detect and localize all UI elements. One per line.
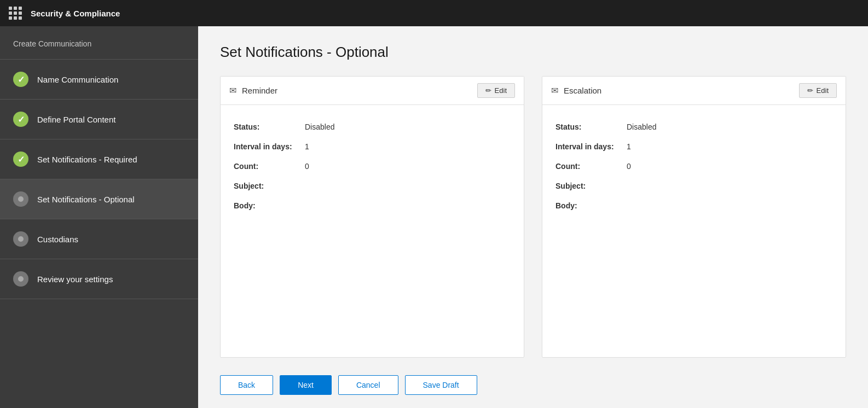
reminder-edit-button[interactable]: ✏ Edit [477, 83, 515, 98]
escalation-field-subject: Subject: [555, 182, 832, 190]
sidebar-label-review-settings: Review your settings [37, 275, 113, 284]
escalation-card: ✉ Escalation ✏ Edit Status: Disabled Int… [542, 76, 846, 358]
step-dot-optional [18, 196, 24, 202]
escalation-field-interval: Interval in days: 1 [555, 142, 832, 151]
reminder-pencil-icon: ✏ [485, 86, 491, 95]
sidebar: Create Communication ✓ Name Communicatio… [0, 26, 198, 408]
next-button[interactable]: Next [280, 375, 332, 395]
check-icon: ✓ [18, 74, 25, 85]
step-circle-set-notifications-required: ✓ [13, 151, 28, 167]
escalation-field-status: Status: Disabled [555, 123, 832, 131]
check-icon-3: ✓ [18, 154, 25, 165]
reminder-card-title: Reminder [242, 86, 277, 95]
reminder-count-value: 0 [305, 162, 309, 171]
escalation-status-label: Status: [555, 123, 627, 131]
reminder-interval-value: 1 [305, 142, 309, 151]
reminder-status-label: Status: [234, 123, 305, 131]
escalation-card-title: Escalation [564, 86, 601, 95]
sidebar-item-custodians[interactable]: Custodians [0, 219, 198, 259]
reminder-interval-label: Interval in days: [234, 142, 305, 151]
reminder-field-interval: Interval in days: 1 [234, 142, 511, 151]
escalation-field-count: Count: 0 [555, 162, 832, 171]
sidebar-item-set-notifications-optional[interactable]: Set Notifications - Optional [0, 179, 198, 219]
reminder-card-header-left: ✉ Reminder [229, 85, 277, 96]
reminder-subject-label: Subject: [234, 182, 305, 190]
step-dot-custodians [18, 236, 24, 242]
reminder-status-value: Disabled [305, 123, 334, 131]
apps-icon[interactable] [9, 7, 22, 20]
escalation-edit-button[interactable]: ✏ Edit [799, 83, 837, 98]
step-circle-custodians [13, 231, 28, 247]
sidebar-item-name-communication[interactable]: ✓ Name Communication [0, 60, 198, 100]
escalation-status-value: Disabled [627, 123, 656, 131]
sidebar-label-set-notifications-optional: Set Notifications - Optional [37, 195, 135, 204]
step-circle-name-communication: ✓ [13, 72, 28, 87]
escalation-subject-label: Subject: [555, 182, 627, 190]
sidebar-label-name-communication: Name Communication [37, 75, 118, 84]
cancel-button[interactable]: Cancel [338, 375, 398, 395]
footer-buttons: Back Next Cancel Save Draft [220, 371, 846, 395]
reminder-card: ✉ Reminder ✏ Edit Status: Disabled Inter… [220, 76, 524, 358]
sidebar-header: Create Communication [0, 26, 198, 60]
step-dot-review [18, 276, 24, 282]
check-icon-2: ✓ [18, 114, 25, 125]
reminder-field-status: Status: Disabled [234, 123, 511, 131]
sidebar-label-define-portal-content: Define Portal Content [37, 115, 115, 124]
sidebar-item-review-settings[interactable]: Review your settings [0, 259, 198, 299]
app-title: Security & Compliance [31, 9, 120, 18]
escalation-card-body: Status: Disabled Interval in days: 1 Cou… [542, 105, 846, 228]
escalation-count-value: 0 [627, 162, 631, 171]
reminder-field-body: Body: [234, 201, 511, 210]
reminder-card-header: ✉ Reminder ✏ Edit [221, 77, 524, 105]
reminder-card-body: Status: Disabled Interval in days: 1 Cou… [221, 105, 524, 228]
page-title: Set Notifications - Optional [220, 44, 846, 61]
sidebar-item-define-portal-content[interactable]: ✓ Define Portal Content [0, 100, 198, 139]
main-layout: Create Communication ✓ Name Communicatio… [0, 26, 868, 408]
escalation-count-label: Count: [555, 162, 627, 171]
sidebar-label-set-notifications-required: Set Notifications - Required [37, 155, 137, 164]
escalation-edit-label: Edit [817, 86, 829, 95]
escalation-pencil-icon: ✏ [807, 86, 813, 95]
step-circle-review-settings [13, 271, 28, 287]
reminder-mail-icon: ✉ [229, 85, 236, 96]
reminder-field-subject: Subject: [234, 182, 511, 190]
cards-container: ✉ Reminder ✏ Edit Status: Disabled Inter… [220, 76, 846, 358]
escalation-field-body: Body: [555, 201, 832, 210]
escalation-interval-label: Interval in days: [555, 142, 627, 151]
content-area: Set Notifications - Optional ✉ Reminder … [198, 26, 868, 408]
escalation-card-header-left: ✉ Escalation [551, 85, 601, 96]
reminder-count-label: Count: [234, 162, 305, 171]
escalation-mail-icon: ✉ [551, 85, 558, 96]
reminder-body-label: Body: [234, 201, 305, 210]
reminder-field-count: Count: 0 [234, 162, 511, 171]
topbar: Security & Compliance [0, 0, 868, 26]
reminder-edit-label: Edit [495, 86, 507, 95]
sidebar-item-set-notifications-required[interactable]: ✓ Set Notifications - Required [0, 139, 198, 179]
step-circle-set-notifications-optional [13, 191, 28, 207]
escalation-body-label: Body: [555, 201, 627, 210]
step-circle-define-portal-content: ✓ [13, 112, 28, 127]
save-draft-button[interactable]: Save Draft [405, 375, 477, 395]
escalation-interval-value: 1 [627, 142, 631, 151]
escalation-card-header: ✉ Escalation ✏ Edit [542, 77, 846, 105]
back-button[interactable]: Back [220, 375, 273, 395]
sidebar-label-custodians: Custodians [37, 235, 78, 244]
